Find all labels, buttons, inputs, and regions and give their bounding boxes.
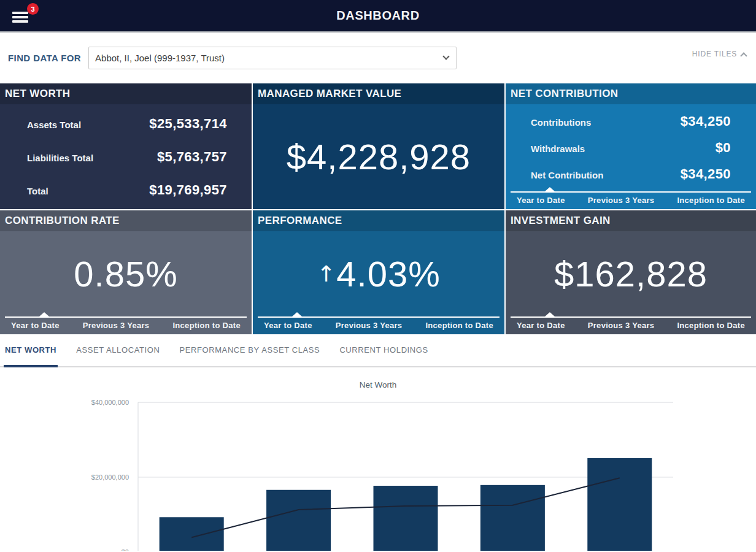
investment-gain-value: $162,828 [554,253,708,294]
period-tab-year-to-date[interactable]: Year to Date [264,321,312,330]
stat-label: Withdrawals [531,144,585,154]
find-data-label: FIND DATA FOR [8,53,81,63]
period-tab-previous-3-years[interactable]: Previous 3 Years [588,196,655,205]
period-tab-inception-to-date[interactable]: Inception to Date [425,321,493,330]
period-tabstrip: Year to Date Previous 3 Years Inception … [253,316,504,334]
section-tab-bar: NET WORTH ASSET ALLOCATION PERFORMANCE B… [0,334,756,367]
period-tab-previous-3-years[interactable]: Previous 3 Years [336,321,403,330]
stat-value: $0 [716,140,731,156]
chart-bar [480,485,545,551]
hide-tiles-label: HIDE TILES [692,50,737,58]
hide-tiles-button[interactable]: HIDE TILES [692,50,746,58]
account-select-wrap: Abbot, II, Joel (999-1937, Trust) [88,47,457,69]
contribution-rate-value: 0.85% [74,253,177,294]
dashboard-app: 3 DASHBOARD FIND DATA FOR Abbot, II, Joe… [0,0,756,552]
stat-value: $25,533,714 [149,116,227,132]
period-tab-previous-3-years[interactable]: Previous 3 Years [588,321,655,330]
tile-net-contribution: NET CONTRIBUTION Contributions $34,250 W… [506,83,756,209]
stat-row: Contributions $34,250 [531,113,731,129]
chart-bar [374,486,438,551]
stat-row: Withdrawals $0 [531,140,731,156]
period-tabs: Year to Date Previous 3 Years Inception … [511,196,751,205]
tile-performance-title: PERFORMANCE [253,210,504,231]
period-tabstrip: Year to Date Previous 3 Years Inception … [0,316,252,334]
performance-value: 4.03% [336,253,440,294]
tile-net-worth-title: NET WORTH [0,83,252,104]
stat-value: $19,769,957 [149,182,227,198]
tile-contribution-rate: CONTRIBUTION RATE 0.85% Year to Date Pre… [0,210,252,334]
stat-value: $34,250 [681,113,731,129]
arrow-up-icon: ↑ [317,261,335,286]
tile-performance: PERFORMANCE ↑ 4.03% Year to Date Previou… [253,210,504,334]
tab-current-holdings[interactable]: CURRENT HOLDINGS [338,334,429,367]
app-header: 3 DASHBOARD [0,0,756,33]
net-worth-chart: $40,000,000$20,000,000$0 [0,367,756,551]
stat-label: Total [27,186,48,196]
y-tick-label: $0 [122,548,129,551]
period-tabstrip: Year to Date Previous 3 Years Inception … [506,191,756,209]
tabstrip-line [511,316,751,318]
chart-bar [160,517,224,551]
period-tabs: Year to Date Previous 3 Years Inception … [511,321,751,330]
active-period-indicator [292,312,302,316]
tile-contribution-rate-title: CONTRIBUTION RATE [0,210,252,231]
stat-label: Liabilities Total [27,153,93,163]
menu-button[interactable]: 3 [11,7,36,28]
chevron-up-icon [740,52,747,59]
kpi-tiles-grid: NET WORTH Assets Total $25,533,714 Liabi… [0,83,756,334]
page-title: DASHBOARD [336,9,419,23]
find-data-toolbar: FIND DATA FOR Abbot, II, Joel (999-1937,… [0,33,756,83]
hamburger-icon [12,12,28,25]
active-period-indicator [545,187,555,191]
stat-value: $34,250 [681,166,731,182]
y-tick-label: $20,000,000 [91,473,129,481]
tab-performance-by-asset-class[interactable]: PERFORMANCE BY ASSET CLASS [178,334,321,367]
tab-net-worth[interactable]: NET WORTH [4,334,58,367]
tile-contribution-rate-body: 0.85% [0,231,252,316]
period-tab-year-to-date[interactable]: Year to Date [11,321,60,330]
tile-net-contribution-rows: Contributions $34,250 Withdrawals $0 Net… [506,104,756,191]
tile-investment-gain: INVESTMENT GAIN $162,828 Year to Date Pr… [506,210,756,334]
stat-row: Liabilities Total $5,763,757 [27,149,227,165]
tile-investment-gain-title: INVESTMENT GAIN [506,210,756,231]
net-worth-chart-section: Net Worth $40,000,000$20,000,000$0 [0,367,756,551]
active-period-indicator [545,312,555,316]
tile-managed-market-value-body: $4,228,928 [253,104,504,209]
account-select[interactable]: Abbot, II, Joel (999-1937, Trust) [88,47,457,69]
active-period-indicator [39,312,49,316]
tabstrip-line [511,191,751,193]
period-tabs: Year to Date Previous 3 Years Inception … [258,321,500,330]
period-tab-year-to-date[interactable]: Year to Date [517,321,565,330]
tabstrip-line [5,316,247,318]
tabstrip-line [258,316,500,318]
tile-performance-body: ↑ 4.03% [253,231,504,316]
stat-label: Net Contribution [531,170,603,180]
stat-label: Contributions [531,117,591,128]
tile-managed-market-value: MANAGED MARKET VALUE $4,228,928 [253,83,504,209]
period-tabstrip: Year to Date Previous 3 Years Inception … [506,316,756,334]
tile-net-worth: NET WORTH Assets Total $25,533,714 Liabi… [0,83,252,209]
chart-bar [266,490,331,551]
notification-badge: 3 [27,3,39,15]
period-tabs: Year to Date Previous 3 Years Inception … [5,321,247,330]
tile-investment-gain-body: $162,828 [506,231,756,316]
period-tab-inception-to-date[interactable]: Inception to Date [677,196,745,205]
tile-managed-market-value-title: MANAGED MARKET VALUE [253,83,504,104]
stat-row: Total $19,769,957 [27,182,227,198]
period-tab-inception-to-date[interactable]: Inception to Date [172,321,241,330]
tab-asset-allocation[interactable]: ASSET ALLOCATION [75,334,161,367]
period-tab-inception-to-date[interactable]: Inception to Date [677,321,745,330]
y-tick-label: $40,000,000 [91,399,129,406]
period-tab-previous-3-years[interactable]: Previous 3 Years [83,321,150,330]
managed-market-value: $4,228,928 [287,136,471,177]
chart-bar [587,458,652,551]
period-tab-year-to-date[interactable]: Year to Date [517,196,565,205]
stat-row: Net Contribution $34,250 [531,166,731,182]
tile-net-contribution-title: NET CONTRIBUTION [506,83,756,104]
stat-row: Assets Total $25,533,714 [27,116,227,132]
tile-net-worth-rows: Assets Total $25,533,714 Liabilities Tot… [0,104,252,209]
stat-label: Assets Total [27,120,81,130]
stat-value: $5,763,757 [157,149,227,165]
